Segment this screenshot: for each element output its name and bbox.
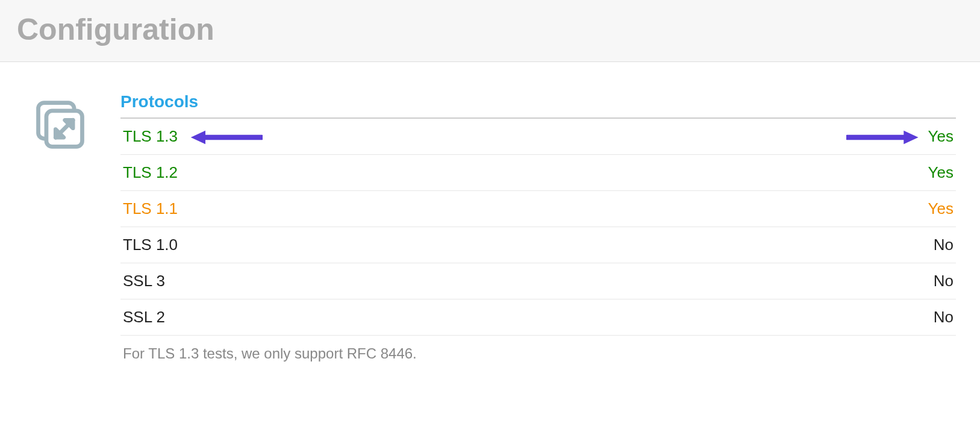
protocol-name: TLS 1.3 (123, 127, 178, 145)
table-row: SSL 2No (120, 299, 956, 336)
svg-marker-8 (904, 131, 919, 145)
protocol-value-cell: Yes (591, 191, 956, 227)
section-icon-column (24, 92, 96, 154)
protocol-value-cell: Yes (591, 155, 956, 191)
protocol-name: TLS 1.0 (123, 236, 178, 254)
protocol-name-cell: TLS 1.1 (120, 191, 591, 227)
table-row: TLS 1.2Yes (120, 155, 956, 191)
content: Protocols TLS 1.3YesTLS 1.2YesTLS 1.1Yes… (0, 62, 980, 362)
protocol-name: TLS 1.1 (123, 199, 178, 218)
protocols-footnote: For TLS 1.3 tests, we only support RFC 8… (120, 336, 956, 362)
protocol-value-cell: Yes (591, 118, 956, 155)
protocol-name: TLS 1.2 (123, 163, 178, 181)
table-row: TLS 1.0No (120, 227, 956, 263)
highlight-arrow-left-icon (190, 127, 263, 146)
protocols-table: TLS 1.3YesTLS 1.2YesTLS 1.1YesTLS 1.0NoS… (120, 117, 956, 336)
table-row: TLS 1.1Yes (120, 191, 956, 227)
protocol-value-cell: No (591, 263, 956, 299)
svg-marker-6 (191, 131, 205, 145)
protocol-value: No (934, 272, 953, 290)
protocol-name: SSL 3 (123, 272, 165, 290)
page-title: Configuration (17, 12, 963, 47)
protocol-value-cell: No (591, 227, 956, 263)
section-title: Protocols (120, 92, 956, 111)
protocol-value: Yes (928, 127, 953, 145)
table-row: SSL 3No (120, 263, 956, 299)
protocol-exchange-icon (31, 96, 89, 154)
protocol-name-cell: TLS 1.3 (120, 118, 591, 155)
protocol-value: Yes (928, 199, 953, 218)
highlight-arrow-right-icon (846, 127, 919, 146)
header-bar: Configuration (0, 0, 980, 62)
protocol-value: Yes (928, 163, 953, 181)
protocol-value-cell: No (591, 299, 956, 336)
protocol-name: SSL 2 (123, 308, 165, 326)
protocol-name-cell: TLS 1.0 (120, 227, 591, 263)
protocol-name-cell: SSL 2 (120, 299, 591, 336)
protocols-section: Protocols TLS 1.3YesTLS 1.2YesTLS 1.1Yes… (96, 92, 956, 362)
protocol-name-cell: TLS 1.2 (120, 155, 591, 191)
table-row: TLS 1.3Yes (120, 118, 956, 155)
protocol-name-cell: SSL 3 (120, 263, 591, 299)
protocol-value: No (934, 308, 953, 326)
protocol-value: No (934, 236, 953, 254)
